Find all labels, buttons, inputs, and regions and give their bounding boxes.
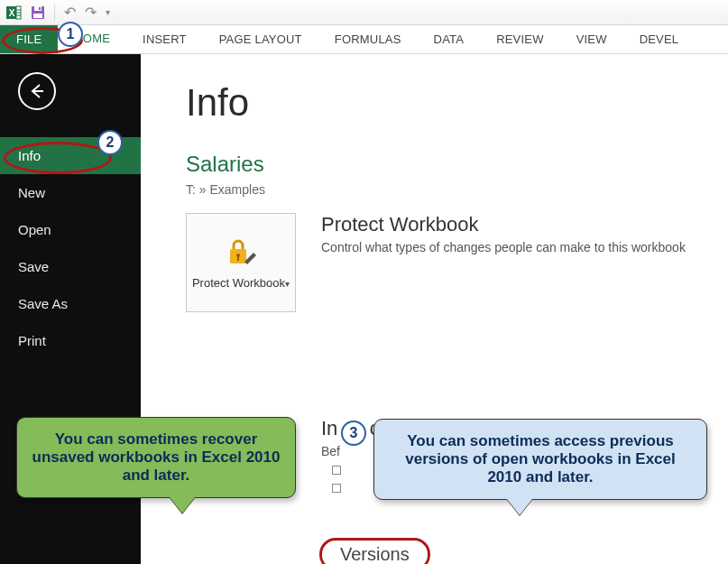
protect-description: Control what types of changes people can…: [321, 240, 686, 254]
tooltip-tail: [507, 499, 532, 515]
undo-icon[interactable]: ↶: [64, 4, 76, 21]
tab-formulas[interactable]: FORMULAS: [318, 25, 418, 53]
nav-item-save[interactable]: Save: [0, 248, 141, 285]
inspect-before-label: Bef: [321, 444, 340, 458]
redo-icon[interactable]: ↷: [85, 4, 97, 21]
nav-item-save-as[interactable]: Save As: [0, 285, 141, 322]
back-button[interactable]: [18, 72, 56, 110]
protect-button-label: Protect Workbook▾: [192, 276, 290, 291]
ribbon-tabs: FILE HOME INSERT PAGE LAYOUT FORMULAS DA…: [0, 25, 728, 54]
protect-heading: Protect Workbook: [321, 213, 686, 236]
tab-insert[interactable]: INSERT: [126, 25, 203, 53]
lock-key-icon: [223, 235, 259, 271]
quick-access-toolbar: X ↶ ↷ ▾: [0, 0, 728, 25]
tab-developer[interactable]: DEVEL: [623, 25, 696, 53]
annotation-ellipse-info: [4, 142, 112, 174]
arrow-left-icon: [27, 81, 47, 101]
nav-spacer: [0, 359, 141, 422]
tab-page-layout[interactable]: PAGE LAYOUT: [203, 25, 318, 53]
excel-app-icon: X: [5, 5, 22, 21]
tooltip-previous-versions: You can sometimes access previous versio…: [373, 419, 707, 500]
svg-rect-9: [33, 14, 42, 18]
annotation-number-1: 1: [58, 22, 83, 47]
page-title: Info: [186, 81, 728, 125]
versions-button[interactable]: Versions: [319, 538, 430, 564]
protect-section-text: Protect Workbook Control what types of c…: [321, 213, 686, 254]
tab-review[interactable]: REVIEW: [480, 25, 559, 53]
document-path: T: » Examples: [186, 182, 728, 197]
document-name: Salaries: [186, 152, 728, 177]
svg-rect-8: [39, 7, 41, 10]
svg-rect-13: [237, 256, 239, 261]
tab-data[interactable]: DATA: [418, 25, 481, 53]
qat-customize-icon[interactable]: ▾: [106, 7, 110, 17]
nav-item-new[interactable]: New: [0, 174, 141, 211]
tooltip-tail: [170, 497, 195, 513]
annotation-number-2: 2: [97, 130, 123, 155]
tooltip-recover-unsaved: You can sometimes recover unsaved workbo…: [16, 417, 296, 498]
protect-workbook-button[interactable]: Protect Workbook▾: [186, 213, 296, 312]
nav-item-print[interactable]: Print: [0, 322, 141, 359]
tab-view[interactable]: VIEW: [560, 25, 623, 53]
chevron-down-icon: ▾: [285, 279, 290, 289]
annotation-number-3: 3: [341, 421, 366, 446]
bullet-1: [332, 466, 341, 475]
qat-separator: [54, 5, 55, 21]
nav-item-open[interactable]: Open: [0, 211, 141, 248]
protect-section: Protect Workbook▾ Protect Workbook Contr…: [186, 213, 728, 312]
svg-text:X: X: [9, 8, 15, 18]
save-icon[interactable]: [31, 5, 45, 20]
bullet-2: [332, 484, 341, 493]
